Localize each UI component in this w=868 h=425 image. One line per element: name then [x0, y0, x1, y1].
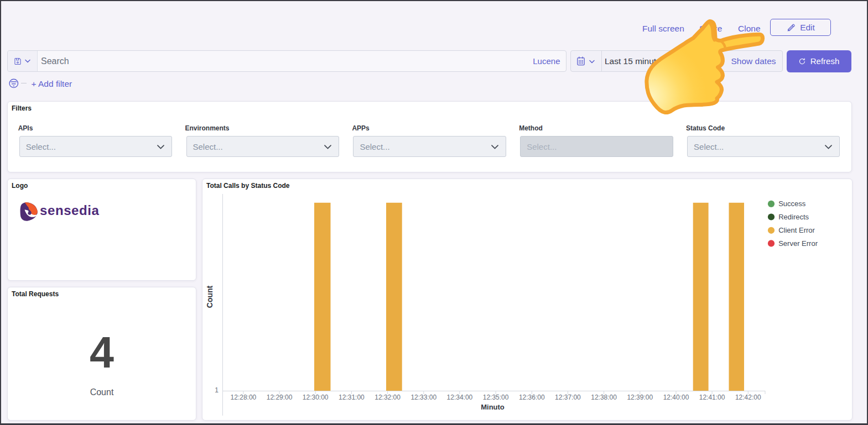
svg-text:Minuto: Minuto — [481, 403, 505, 411]
svg-text:12:42:00: 12:42:00 — [735, 393, 761, 401]
svg-text:12:28:00: 12:28:00 — [230, 393, 256, 401]
svg-text:12:29:00: 12:29:00 — [266, 393, 292, 401]
svg-text:Server Error: Server Error — [778, 239, 818, 248]
svg-text:Count: Count — [205, 285, 214, 308]
svg-text:12:30:00: 12:30:00 — [302, 393, 328, 401]
svg-text:12:34:00: 12:34:00 — [446, 393, 472, 401]
svg-text:12:35:00: 12:35:00 — [482, 393, 508, 401]
svg-text:12:33:00: 12:33:00 — [410, 393, 436, 401]
svg-text:12:31:00: 12:31:00 — [339, 393, 365, 401]
svg-text:12:36:00: 12:36:00 — [518, 393, 544, 401]
svg-text:12:40:00: 12:40:00 — [663, 393, 689, 401]
svg-text:12:32:00: 12:32:00 — [375, 393, 401, 401]
svg-text:1: 1 — [215, 386, 219, 394]
svg-text:Success: Success — [778, 200, 806, 208]
svg-text:12:39:00: 12:39:00 — [627, 393, 653, 401]
svg-text:Client Error: Client Error — [778, 226, 815, 234]
svg-text:12:38:00: 12:38:00 — [591, 393, 617, 401]
svg-text:Redirects: Redirects — [778, 213, 809, 221]
svg-text:12:37:00: 12:37:00 — [555, 393, 581, 401]
svg-text:12:41:00: 12:41:00 — [699, 393, 725, 401]
